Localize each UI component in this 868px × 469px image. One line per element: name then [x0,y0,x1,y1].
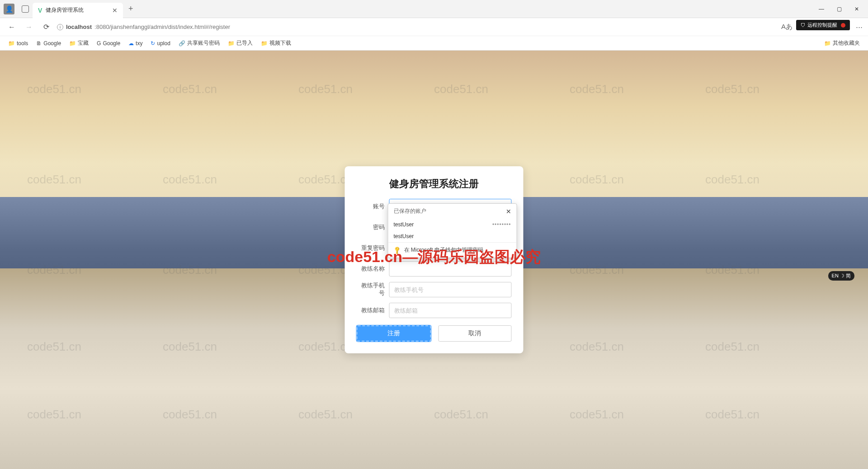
new-tab-button[interactable]: + [123,4,139,14]
coach-email-label: 教练邮箱 [357,307,389,314]
bookmark-item[interactable]: GGoogle [97,40,120,47]
bookmark-item[interactable]: 📁已导入 [228,39,253,47]
remote-control-notification[interactable]: ⛉ 远程控制提醒 [796,20,850,30]
watermark-red-banner: code51.cn—源码乐园盗图必究 [327,247,541,267]
vue-favicon-icon: V [38,7,42,14]
bookmark-label: 已导入 [236,39,253,47]
bookmark-label: tools [17,40,28,47]
bookmark-icon: 📁 [8,40,15,47]
coach-phone-input[interactable] [389,282,512,297]
coach-phone-label: 教练手机号 [357,282,389,297]
autofill-item[interactable]: testUser [388,230,517,242]
bookmark-item[interactable]: 🔗共享账号密码 [179,39,220,47]
autofill-close-icon[interactable]: ✕ [506,208,511,215]
minimize-button[interactable]: — [819,6,824,12]
bookmark-icon: G [97,40,101,47]
bookmark-icon: 🗎 [36,40,42,47]
close-window-button[interactable]: ✕ [854,6,859,12]
cancel-button[interactable]: 取消 [438,325,512,342]
close-tab-icon[interactable]: ✕ [112,7,118,14]
bookmarks-overflow[interactable]: 📁 其他收藏夹 [824,39,860,47]
back-button[interactable]: ← [5,21,18,33]
folder-icon: 📁 [824,40,831,47]
address-bar: ← → ⟳ i localhost:8080/jianshenfanggl/ad… [0,18,868,36]
bookmark-item[interactable]: 📁tools [8,40,28,47]
site-info-icon[interactable]: i [57,24,63,30]
shield-icon: ⛉ [801,23,806,28]
ime-indicator[interactable]: EN ☽ 简 [828,271,854,281]
bookmark-item[interactable]: ☁txy [128,40,142,47]
coach-email-input[interactable] [389,303,512,318]
bookmark-label: Google [103,40,120,47]
window-controls: — ▢ ✕ [810,6,868,12]
reload-button[interactable]: ⟳ [40,21,52,33]
tabs-overview-icon[interactable] [22,5,29,13]
bookmark-label: 宝藏 [78,39,89,47]
bookmark-label: uplod [157,40,170,47]
tab-title: 健身房管理系统 [46,6,84,14]
bookmark-icon: ↻ [151,40,155,47]
bookmark-item[interactable]: 🗎Google [36,40,61,47]
bookmark-item[interactable]: 📁视频下载 [261,39,291,47]
overflow-label: 其他收藏夹 [833,39,860,47]
maximize-button[interactable]: ▢ [837,6,842,12]
bookmark-icon: ☁ [128,40,134,47]
forward-button: → [23,21,35,33]
bookmark-icon: 📁 [261,40,268,47]
browser-tab-strip: 👤 V 健身房管理系统 ✕ + — ▢ ✕ [0,0,868,18]
form-title: 健身房管理系统注册 [357,177,512,191]
account-label: 账号 [357,203,389,211]
reader-icon[interactable]: Aあ [781,23,793,31]
autofill-header: 已保存的账户 [394,207,426,215]
bookmark-icon: 📁 [228,40,235,47]
url-input[interactable]: i localhost:8080/jianshenfanggl/admin/di… [57,23,777,30]
autofill-item[interactable]: testUser •••••••• [388,219,517,230]
register-button[interactable]: 注册 [357,325,431,342]
bookmark-item[interactable]: 📁宝藏 [69,39,89,47]
bookmark-icon: 🔗 [179,40,185,47]
bookmark-label: 共享账号密码 [187,39,220,47]
profile-avatar[interactable]: 👤 [4,4,14,14]
menu-icon[interactable]: ⋯ [856,23,863,31]
autofill-password-mask: •••••••• [492,221,511,228]
autofill-username: testUser [394,233,414,239]
bookmark-item[interactable]: ↻uplod [151,40,170,47]
bookmark-label: 视频下载 [269,39,291,47]
url-path: :8080/jianshenfanggl/admin/dist/index.ht… [94,23,230,30]
url-host: localhost [66,23,92,30]
bookmarks-bar: 📁tools🗎Google📁宝藏GGoogle☁txy↻uplod🔗共享账号密码… [0,36,868,51]
notif-label: 远程控制提醒 [807,22,837,28]
page-viewport: code51.cncode51.cncode51.cncode51.cncode… [0,51,868,469]
ime-label: EN ☽ 简 [832,272,851,279]
password-label: 密码 [357,224,389,231]
bookmark-label: txy [136,40,142,47]
bookmark-label: Google [43,40,61,47]
autofill-username: testUser [394,221,414,228]
active-tab[interactable]: V 健身房管理系统 ✕ [33,3,123,18]
bookmark-icon: 📁 [69,40,76,47]
